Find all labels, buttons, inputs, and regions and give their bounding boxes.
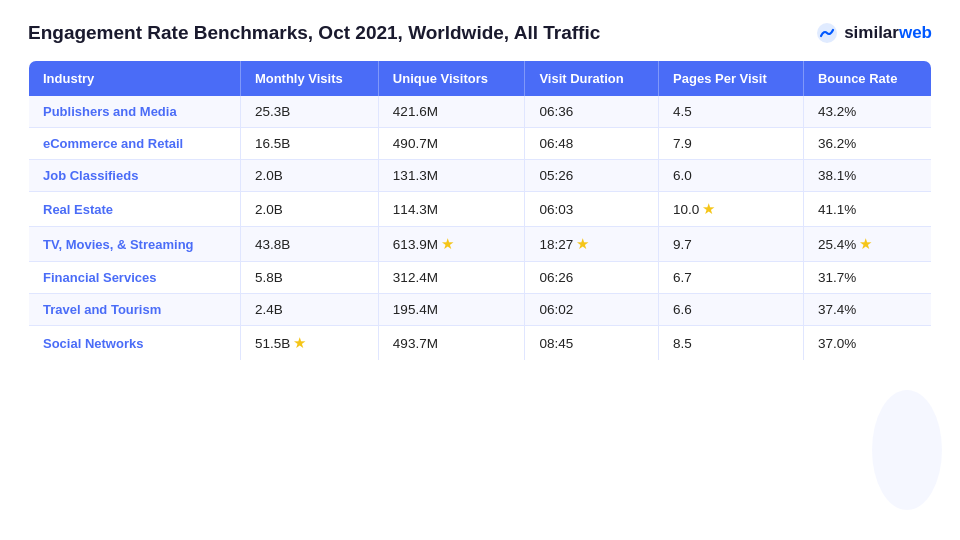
cell-unique-visitors: 131.3M [378, 160, 525, 192]
col-bounce-rate: Bounce Rate [803, 61, 931, 97]
cell-bounce-rate: 38.1% [803, 160, 931, 192]
page-wrapper: Engagement Rate Benchmarks, Oct 2021, Wo… [0, 0, 960, 540]
page-title: Engagement Rate Benchmarks, Oct 2021, Wo… [28, 22, 600, 44]
cell-industry[interactable]: TV, Movies, & Streaming [29, 227, 241, 262]
table-row: Job Classifieds2.0B131.3M05:266.038.1% [29, 160, 932, 192]
cell-unique-visitors: 312.4M [378, 262, 525, 294]
cell-visit-duration: 06:36 [525, 96, 659, 128]
star-icon: ★ [576, 235, 589, 252]
cell-industry[interactable]: Publishers and Media [29, 96, 241, 128]
cell-monthly-visits: 2.0B [240, 192, 378, 227]
cell-visit-duration: 05:26 [525, 160, 659, 192]
table-row: Real Estate2.0B114.3M06:0310.0★41.1% [29, 192, 932, 227]
cell-pages-per-visit: 7.9 [659, 128, 804, 160]
cell-visit-duration: 06:26 [525, 262, 659, 294]
cell-monthly-visits: 2.0B [240, 160, 378, 192]
col-monthly-visits: Monthly Visits [240, 61, 378, 97]
star-icon: ★ [702, 200, 715, 217]
cell-monthly-visits: 43.8B [240, 227, 378, 262]
cell-visit-duration: 06:02 [525, 294, 659, 326]
benchmarks-table: Industry Monthly Visits Unique Visitors … [28, 60, 932, 361]
table-header-row: Industry Monthly Visits Unique Visitors … [29, 61, 932, 97]
cell-monthly-visits: 2.4B [240, 294, 378, 326]
table-row: eCommerce and Retail16.5B490.7M06:487.93… [29, 128, 932, 160]
cell-pages-per-visit: 8.5 [659, 326, 804, 361]
cell-visit-duration: 06:48 [525, 128, 659, 160]
star-icon: ★ [859, 235, 872, 252]
cell-visit-duration: 18:27★ [525, 227, 659, 262]
cell-monthly-visits: 5.8B [240, 262, 378, 294]
cell-unique-visitors: 114.3M [378, 192, 525, 227]
cell-monthly-visits: 16.5B [240, 128, 378, 160]
col-visit-duration: Visit Duration [525, 61, 659, 97]
star-icon: ★ [441, 235, 454, 252]
table-row: Publishers and Media25.3B421.6M06:364.54… [29, 96, 932, 128]
cell-pages-per-visit: 9.7 [659, 227, 804, 262]
cell-pages-per-visit: 10.0★ [659, 192, 804, 227]
table-row: Social Networks51.5B★493.7M08:458.537.0% [29, 326, 932, 361]
cell-unique-visitors: 490.7M [378, 128, 525, 160]
col-pages-per-visit: Pages Per Visit [659, 61, 804, 97]
cell-pages-per-visit: 6.0 [659, 160, 804, 192]
table-row: Travel and Tourism2.4B195.4M06:026.637.4… [29, 294, 932, 326]
cell-monthly-visits: 51.5B★ [240, 326, 378, 361]
col-industry: Industry [29, 61, 241, 97]
cell-industry[interactable]: Financial Services [29, 262, 241, 294]
star-icon: ★ [293, 334, 306, 351]
cell-pages-per-visit: 4.5 [659, 96, 804, 128]
cell-monthly-visits: 25.3B [240, 96, 378, 128]
cell-visit-duration: 08:45 [525, 326, 659, 361]
cell-industry[interactable]: Travel and Tourism [29, 294, 241, 326]
cell-unique-visitors: 421.6M [378, 96, 525, 128]
cell-bounce-rate: 36.2% [803, 128, 931, 160]
cell-bounce-rate: 41.1% [803, 192, 931, 227]
table-row: TV, Movies, & Streaming43.8B613.9M★18:27… [29, 227, 932, 262]
cell-pages-per-visit: 6.7 [659, 262, 804, 294]
cell-visit-duration: 06:03 [525, 192, 659, 227]
similarweb-logo-icon [816, 22, 838, 44]
cell-bounce-rate: 37.4% [803, 294, 931, 326]
cell-industry[interactable]: Social Networks [29, 326, 241, 361]
cell-bounce-rate: 25.4%★ [803, 227, 931, 262]
cell-industry[interactable]: eCommerce and Retail [29, 128, 241, 160]
cell-unique-visitors: 613.9M★ [378, 227, 525, 262]
cell-bounce-rate: 31.7% [803, 262, 931, 294]
table-row: Financial Services5.8B312.4M06:266.731.7… [29, 262, 932, 294]
col-unique-visitors: Unique Visitors [378, 61, 525, 97]
logo-text: similarweb [844, 23, 932, 43]
logo-container: similarweb [816, 22, 932, 44]
cell-industry[interactable]: Real Estate [29, 192, 241, 227]
cell-bounce-rate: 43.2% [803, 96, 931, 128]
header-row: Engagement Rate Benchmarks, Oct 2021, Wo… [28, 22, 932, 44]
decoration-circle [872, 390, 942, 510]
cell-industry[interactable]: Job Classifieds [29, 160, 241, 192]
cell-unique-visitors: 195.4M [378, 294, 525, 326]
cell-unique-visitors: 493.7M [378, 326, 525, 361]
cell-bounce-rate: 37.0% [803, 326, 931, 361]
cell-pages-per-visit: 6.6 [659, 294, 804, 326]
